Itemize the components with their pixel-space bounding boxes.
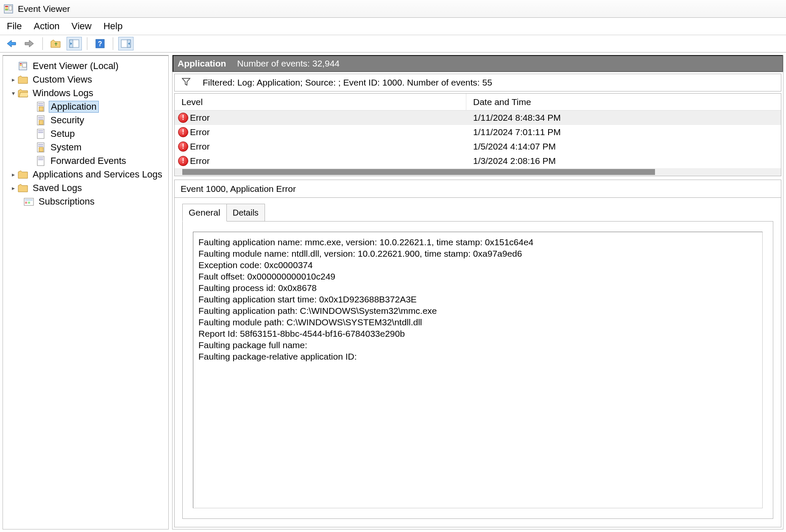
tab-details[interactable]: Details xyxy=(226,204,265,222)
event-row[interactable]: !Error 1/3/2024 2:08:16 PM xyxy=(175,154,781,168)
details-line: Faulting process id: 0x0x8678 xyxy=(198,282,757,294)
menu-action[interactable]: Action xyxy=(33,21,59,32)
chevron-right-icon[interactable]: ▸ xyxy=(9,171,17,178)
svg-rect-34 xyxy=(25,199,33,201)
column-level[interactable]: Level xyxy=(175,94,466,110)
tree-label: Applications and Services Logs xyxy=(31,169,164,180)
tree-label: Saved Logs xyxy=(31,183,84,194)
details-line: Faulting package-relative application ID… xyxy=(198,351,757,362)
tree-label: System xyxy=(49,142,83,153)
folder-open-icon xyxy=(17,89,28,98)
tab-general[interactable]: General xyxy=(182,204,227,222)
tree-label: Windows Logs xyxy=(31,88,95,99)
chevron-right-icon[interactable]: ▸ xyxy=(9,76,17,83)
menu-help[interactable]: Help xyxy=(103,21,123,32)
scrollbar-thumb[interactable] xyxy=(182,169,655,175)
menu-view[interactable]: View xyxy=(72,21,92,32)
back-button[interactable] xyxy=(3,37,19,50)
tree-root[interactable]: Event Viewer (Local) xyxy=(3,59,168,73)
tree-apps-services[interactable]: ▸ Applications and Services Logs xyxy=(3,168,168,181)
svg-rect-1 xyxy=(5,6,8,7)
tree-security[interactable]: Security xyxy=(3,114,168,127)
up-folder-button[interactable] xyxy=(48,37,63,50)
menu-file[interactable]: File xyxy=(7,21,22,32)
column-date[interactable]: Date and Time xyxy=(466,97,781,107)
log-icon xyxy=(35,102,46,111)
tree-custom-views[interactable]: ▸ Custom Views xyxy=(3,73,168,86)
tree-forwarded[interactable]: Forwarded Events xyxy=(3,154,168,168)
list-header-bar: Application Number of events: 32,944 xyxy=(173,55,783,72)
help-button[interactable]: ? xyxy=(92,37,108,50)
level-text: Error xyxy=(190,156,210,166)
svg-rect-29 xyxy=(39,147,43,152)
svg-rect-25 xyxy=(38,132,43,133)
details-text: Faulting application name: mmc.exe, vers… xyxy=(193,232,763,508)
log-icon xyxy=(35,143,46,152)
show-hide-tree-button[interactable] xyxy=(67,37,82,50)
show-actions-button[interactable] xyxy=(118,37,134,50)
tree-label: Application xyxy=(49,101,99,113)
date-text: 1/11/2024 7:01:11 PM xyxy=(466,127,781,137)
svg-rect-21 xyxy=(38,119,43,119)
svg-rect-24 xyxy=(38,130,43,131)
event-row[interactable]: !Error 1/11/2024 7:01:11 PM xyxy=(175,125,781,139)
filter-text: Filtered: Log: Application; Source: ; Ev… xyxy=(203,78,492,88)
date-text: 1/3/2024 2:08:16 PM xyxy=(466,156,781,166)
svg-rect-27 xyxy=(38,144,43,145)
horizontal-scrollbar[interactable] xyxy=(175,168,781,176)
tree-subscriptions[interactable]: Subscriptions xyxy=(3,195,168,208)
tree-label: Subscriptions xyxy=(37,196,96,207)
svg-rect-12 xyxy=(20,64,22,64)
log-icon xyxy=(35,116,46,125)
folder-icon xyxy=(17,170,28,179)
svg-rect-32 xyxy=(38,159,43,160)
tree-label: Setup xyxy=(49,128,77,139)
level-text: Error xyxy=(190,113,210,123)
log-icon xyxy=(35,129,46,139)
error-icon: ! xyxy=(178,127,188,137)
chevron-down-icon[interactable]: ▾ xyxy=(9,90,17,97)
menubar: File Action View Help xyxy=(0,18,786,35)
list-title: Application xyxy=(178,58,226,69)
details-line: Fault offset: 0x000000000010c249 xyxy=(198,271,757,282)
titlebar: Event Viewer xyxy=(0,0,786,18)
svg-rect-4 xyxy=(9,6,12,10)
tree-system[interactable]: System xyxy=(3,141,168,154)
svg-rect-28 xyxy=(38,146,43,147)
error-icon: ! xyxy=(178,113,188,123)
tree-label: Security xyxy=(49,115,86,126)
svg-rect-31 xyxy=(38,158,43,158)
forward-button[interactable] xyxy=(22,37,37,50)
window-title: Event Viewer xyxy=(18,4,70,14)
tree-setup[interactable]: Setup xyxy=(3,127,168,141)
tree-label: Forwarded Events xyxy=(49,155,128,166)
svg-rect-3 xyxy=(5,9,8,10)
svg-rect-35 xyxy=(25,202,27,204)
details-line: Report Id: 58f63151-8bbc-4544-bf16-67840… xyxy=(198,328,757,339)
details-body: Faulting application name: mmc.exe, vers… xyxy=(182,221,773,519)
chevron-right-icon[interactable]: ▸ xyxy=(9,185,17,191)
details-line: Faulting package full name: xyxy=(198,339,757,351)
svg-text:?: ? xyxy=(98,40,102,47)
details-title: Event 1000, Application Error xyxy=(175,180,781,198)
list-count: Number of events: 32,944 xyxy=(237,58,340,69)
details-tabs: General Details xyxy=(182,204,781,222)
tree-windows-logs[interactable]: ▾ Windows Logs xyxy=(3,86,168,100)
level-text: Error xyxy=(190,141,210,152)
event-row[interactable]: !Error 1/11/2024 8:48:34 PM xyxy=(175,111,781,125)
details-line: Faulting module path: C:\WINDOWS\SYSTEM3… xyxy=(198,316,757,328)
svg-rect-18 xyxy=(39,107,43,111)
toolbar: ? xyxy=(0,35,786,53)
main-split: Event Viewer (Local) ▸ Custom Views ▾ Wi… xyxy=(0,53,786,532)
right-panel: Application Number of events: 32,944 Fil… xyxy=(172,55,783,529)
folder-icon xyxy=(17,75,28,84)
svg-rect-16 xyxy=(38,103,43,104)
svg-rect-36 xyxy=(28,202,30,204)
svg-rect-17 xyxy=(38,105,43,106)
event-row[interactable]: !Error 1/5/2024 4:14:07 PM xyxy=(175,139,781,154)
error-icon: ! xyxy=(178,141,188,152)
tree-application[interactable]: Application xyxy=(3,100,168,114)
tree-saved-logs[interactable]: ▸ Saved Logs xyxy=(3,181,168,195)
subscriptions-icon xyxy=(23,197,34,206)
filter-icon[interactable] xyxy=(181,78,191,88)
